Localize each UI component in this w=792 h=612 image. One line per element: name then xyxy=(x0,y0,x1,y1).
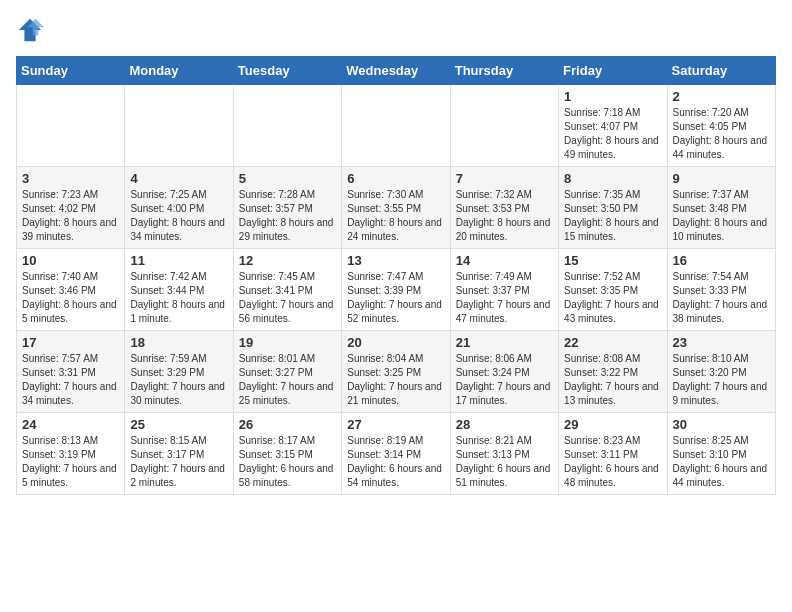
calendar-cell: 30Sunrise: 8:25 AM Sunset: 3:10 PM Dayli… xyxy=(667,413,775,495)
calendar-cell: 12Sunrise: 7:45 AM Sunset: 3:41 PM Dayli… xyxy=(233,249,341,331)
day-info: Sunrise: 7:42 AM Sunset: 3:44 PM Dayligh… xyxy=(130,270,227,326)
day-info: Sunrise: 7:18 AM Sunset: 4:07 PM Dayligh… xyxy=(564,106,661,162)
day-info: Sunrise: 8:15 AM Sunset: 3:17 PM Dayligh… xyxy=(130,434,227,490)
day-info: Sunrise: 8:08 AM Sunset: 3:22 PM Dayligh… xyxy=(564,352,661,408)
day-number: 3 xyxy=(22,171,119,186)
calendar-cell: 5Sunrise: 7:28 AM Sunset: 3:57 PM Daylig… xyxy=(233,167,341,249)
day-info: Sunrise: 8:17 AM Sunset: 3:15 PM Dayligh… xyxy=(239,434,336,490)
calendar-cell: 17Sunrise: 7:57 AM Sunset: 3:31 PM Dayli… xyxy=(17,331,125,413)
day-info: Sunrise: 7:54 AM Sunset: 3:33 PM Dayligh… xyxy=(673,270,770,326)
calendar: SundayMondayTuesdayWednesdayThursdayFrid… xyxy=(16,56,776,495)
calendar-cell: 10Sunrise: 7:40 AM Sunset: 3:46 PM Dayli… xyxy=(17,249,125,331)
calendar-cell xyxy=(17,85,125,167)
calendar-cell: 27Sunrise: 8:19 AM Sunset: 3:14 PM Dayli… xyxy=(342,413,450,495)
calendar-cell: 18Sunrise: 7:59 AM Sunset: 3:29 PM Dayli… xyxy=(125,331,233,413)
day-header-saturday: Saturday xyxy=(667,57,775,85)
day-number: 17 xyxy=(22,335,119,350)
day-header-friday: Friday xyxy=(559,57,667,85)
week-row-2: 10Sunrise: 7:40 AM Sunset: 3:46 PM Dayli… xyxy=(17,249,776,331)
calendar-cell: 22Sunrise: 8:08 AM Sunset: 3:22 PM Dayli… xyxy=(559,331,667,413)
day-number: 6 xyxy=(347,171,444,186)
day-number: 12 xyxy=(239,253,336,268)
day-header-sunday: Sunday xyxy=(17,57,125,85)
day-info: Sunrise: 7:28 AM Sunset: 3:57 PM Dayligh… xyxy=(239,188,336,244)
calendar-cell: 16Sunrise: 7:54 AM Sunset: 3:33 PM Dayli… xyxy=(667,249,775,331)
header xyxy=(16,16,776,44)
day-number: 27 xyxy=(347,417,444,432)
calendar-cell: 24Sunrise: 8:13 AM Sunset: 3:19 PM Dayli… xyxy=(17,413,125,495)
calendar-cell: 25Sunrise: 8:15 AM Sunset: 3:17 PM Dayli… xyxy=(125,413,233,495)
day-info: Sunrise: 7:59 AM Sunset: 3:29 PM Dayligh… xyxy=(130,352,227,408)
day-number: 5 xyxy=(239,171,336,186)
day-number: 8 xyxy=(564,171,661,186)
day-number: 21 xyxy=(456,335,553,350)
day-info: Sunrise: 7:47 AM Sunset: 3:39 PM Dayligh… xyxy=(347,270,444,326)
day-number: 22 xyxy=(564,335,661,350)
calendar-cell: 3Sunrise: 7:23 AM Sunset: 4:02 PM Daylig… xyxy=(17,167,125,249)
day-number: 16 xyxy=(673,253,770,268)
week-row-4: 24Sunrise: 8:13 AM Sunset: 3:19 PM Dayli… xyxy=(17,413,776,495)
day-number: 4 xyxy=(130,171,227,186)
day-info: Sunrise: 8:04 AM Sunset: 3:25 PM Dayligh… xyxy=(347,352,444,408)
calendar-cell: 23Sunrise: 8:10 AM Sunset: 3:20 PM Dayli… xyxy=(667,331,775,413)
day-number: 7 xyxy=(456,171,553,186)
day-number: 9 xyxy=(673,171,770,186)
day-number: 26 xyxy=(239,417,336,432)
calendar-cell: 8Sunrise: 7:35 AM Sunset: 3:50 PM Daylig… xyxy=(559,167,667,249)
day-number: 19 xyxy=(239,335,336,350)
day-info: Sunrise: 8:19 AM Sunset: 3:14 PM Dayligh… xyxy=(347,434,444,490)
day-number: 2 xyxy=(673,89,770,104)
day-header-thursday: Thursday xyxy=(450,57,558,85)
calendar-cell: 11Sunrise: 7:42 AM Sunset: 3:44 PM Dayli… xyxy=(125,249,233,331)
day-info: Sunrise: 7:37 AM Sunset: 3:48 PM Dayligh… xyxy=(673,188,770,244)
logo xyxy=(16,16,48,44)
calendar-cell: 29Sunrise: 8:23 AM Sunset: 3:11 PM Dayli… xyxy=(559,413,667,495)
day-info: Sunrise: 7:20 AM Sunset: 4:05 PM Dayligh… xyxy=(673,106,770,162)
day-number: 25 xyxy=(130,417,227,432)
calendar-cell: 2Sunrise: 7:20 AM Sunset: 4:05 PM Daylig… xyxy=(667,85,775,167)
day-number: 28 xyxy=(456,417,553,432)
calendar-cell: 21Sunrise: 8:06 AM Sunset: 3:24 PM Dayli… xyxy=(450,331,558,413)
day-info: Sunrise: 7:25 AM Sunset: 4:00 PM Dayligh… xyxy=(130,188,227,244)
week-row-1: 3Sunrise: 7:23 AM Sunset: 4:02 PM Daylig… xyxy=(17,167,776,249)
day-info: Sunrise: 7:32 AM Sunset: 3:53 PM Dayligh… xyxy=(456,188,553,244)
day-number: 20 xyxy=(347,335,444,350)
day-header-tuesday: Tuesday xyxy=(233,57,341,85)
day-info: Sunrise: 7:35 AM Sunset: 3:50 PM Dayligh… xyxy=(564,188,661,244)
day-info: Sunrise: 8:21 AM Sunset: 3:13 PM Dayligh… xyxy=(456,434,553,490)
calendar-cell xyxy=(233,85,341,167)
week-row-0: 1Sunrise: 7:18 AM Sunset: 4:07 PM Daylig… xyxy=(17,85,776,167)
day-number: 10 xyxy=(22,253,119,268)
week-row-3: 17Sunrise: 7:57 AM Sunset: 3:31 PM Dayli… xyxy=(17,331,776,413)
calendar-cell: 15Sunrise: 7:52 AM Sunset: 3:35 PM Dayli… xyxy=(559,249,667,331)
day-number: 29 xyxy=(564,417,661,432)
day-number: 24 xyxy=(22,417,119,432)
calendar-cell: 19Sunrise: 8:01 AM Sunset: 3:27 PM Dayli… xyxy=(233,331,341,413)
day-number: 30 xyxy=(673,417,770,432)
day-info: Sunrise: 8:23 AM Sunset: 3:11 PM Dayligh… xyxy=(564,434,661,490)
calendar-header-row: SundayMondayTuesdayWednesdayThursdayFrid… xyxy=(17,57,776,85)
day-info: Sunrise: 8:01 AM Sunset: 3:27 PM Dayligh… xyxy=(239,352,336,408)
day-info: Sunrise: 7:49 AM Sunset: 3:37 PM Dayligh… xyxy=(456,270,553,326)
day-number: 11 xyxy=(130,253,227,268)
day-number: 13 xyxy=(347,253,444,268)
calendar-cell: 20Sunrise: 8:04 AM Sunset: 3:25 PM Dayli… xyxy=(342,331,450,413)
calendar-cell: 9Sunrise: 7:37 AM Sunset: 3:48 PM Daylig… xyxy=(667,167,775,249)
day-number: 15 xyxy=(564,253,661,268)
day-info: Sunrise: 8:06 AM Sunset: 3:24 PM Dayligh… xyxy=(456,352,553,408)
calendar-cell: 1Sunrise: 7:18 AM Sunset: 4:07 PM Daylig… xyxy=(559,85,667,167)
day-number: 23 xyxy=(673,335,770,350)
day-info: Sunrise: 7:40 AM Sunset: 3:46 PM Dayligh… xyxy=(22,270,119,326)
calendar-cell: 13Sunrise: 7:47 AM Sunset: 3:39 PM Dayli… xyxy=(342,249,450,331)
day-info: Sunrise: 8:13 AM Sunset: 3:19 PM Dayligh… xyxy=(22,434,119,490)
calendar-cell: 4Sunrise: 7:25 AM Sunset: 4:00 PM Daylig… xyxy=(125,167,233,249)
day-header-monday: Monday xyxy=(125,57,233,85)
day-info: Sunrise: 7:57 AM Sunset: 3:31 PM Dayligh… xyxy=(22,352,119,408)
day-info: Sunrise: 8:25 AM Sunset: 3:10 PM Dayligh… xyxy=(673,434,770,490)
calendar-cell xyxy=(342,85,450,167)
calendar-cell xyxy=(125,85,233,167)
calendar-cell: 14Sunrise: 7:49 AM Sunset: 3:37 PM Dayli… xyxy=(450,249,558,331)
day-number: 18 xyxy=(130,335,227,350)
day-header-wednesday: Wednesday xyxy=(342,57,450,85)
logo-icon xyxy=(16,16,44,44)
